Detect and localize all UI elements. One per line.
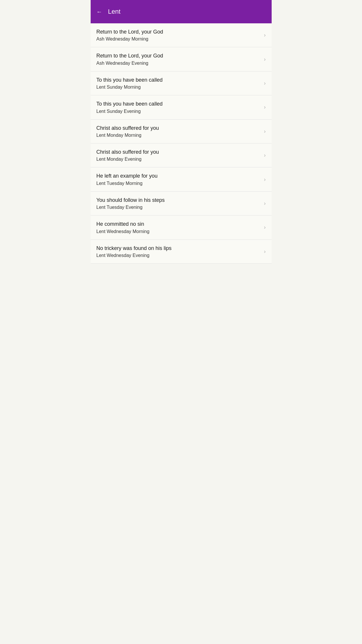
back-arrow-icon: ← [96,8,102,15]
list-item-content: Christ also suffered for you Lent Monday… [96,125,261,138]
list-item-subtitle: Lent Sunday Morning [96,85,261,90]
list-item-subtitle: Ash Wednesday Evening [96,61,261,66]
list-item-content: You should follow in his steps Lent Tues… [96,197,261,210]
list-item[interactable]: To this you have been called Lent Sunday… [91,95,272,119]
chevron-right-icon: › [264,128,266,134]
list-container: Return to the Lord, your God Ash Wednesd… [91,23,272,264]
back-button[interactable]: ← [96,8,102,15]
list-item[interactable]: You should follow in his steps Lent Tues… [91,192,272,216]
list-item[interactable]: Christ also suffered for you Lent Monday… [91,120,272,144]
chevron-right-icon: › [264,80,266,86]
list-item[interactable]: Return to the Lord, your God Ash Wednesd… [91,23,272,47]
list-item[interactable]: No trickery was found on his lips Lent W… [91,240,272,264]
chevron-right-icon: › [264,56,266,62]
list-item-title: He committed no sin [96,221,261,228]
list-item[interactable]: He left an example for you Lent Tuesday … [91,167,272,191]
list-item-subtitle: Lent Wednesday Evening [96,253,261,258]
list-item-content: Christ also suffered for you Lent Monday… [96,149,261,162]
chevron-right-icon: › [264,200,266,206]
list-item-title: He left an example for you [96,173,261,179]
list-item-content: He left an example for you Lent Tuesday … [96,173,261,186]
chevron-right-icon: › [264,176,266,183]
app-header: ← Lent [91,0,272,23]
list-item-title: Christ also suffered for you [96,125,261,132]
list-item-content: To this you have been called Lent Sunday… [96,77,261,90]
list-item[interactable]: Christ also suffered for you Lent Monday… [91,144,272,167]
list-item-title: To this you have been called [96,77,261,83]
list-item[interactable]: He committed no sin Lent Wednesday Morni… [91,216,272,239]
chevron-right-icon: › [264,104,266,110]
chevron-right-icon: › [264,224,266,230]
list-item-title: To this you have been called [96,101,261,107]
list-item-subtitle: Lent Sunday Evening [96,109,261,114]
list-item-title: Return to the Lord, your God [96,52,261,59]
list-item-subtitle: Lent Wednesday Morning [96,229,261,234]
list-item-title: Christ also suffered for you [96,149,261,155]
list-item[interactable]: Return to the Lord, your God Ash Wednesd… [91,47,272,71]
list-item-subtitle: Lent Monday Evening [96,157,261,162]
list-item-content: To this you have been called Lent Sunday… [96,101,261,114]
chevron-right-icon: › [264,32,266,38]
list-item-subtitle: Lent Tuesday Morning [96,181,261,186]
list-item-content: No trickery was found on his lips Lent W… [96,245,261,258]
list-item-subtitle: Lent Monday Morning [96,133,261,138]
list-item-title: Return to the Lord, your God [96,29,261,35]
chevron-right-icon: › [264,152,266,158]
header-title: Lent [108,8,121,15]
list-item-subtitle: Lent Tuesday Evening [96,205,261,210]
chevron-right-icon: › [264,249,266,255]
list-item-subtitle: Ash Wednesday Morning [96,36,261,42]
list-item-content: He committed no sin Lent Wednesday Morni… [96,221,261,234]
list-item-title: No trickery was found on his lips [96,245,261,252]
list-item-title: You should follow in his steps [96,197,261,204]
list-item[interactable]: To this you have been called Lent Sunday… [91,71,272,95]
list-item-content: Return to the Lord, your God Ash Wednesd… [96,52,261,66]
list-item-content: Return to the Lord, your God Ash Wednesd… [96,29,261,42]
